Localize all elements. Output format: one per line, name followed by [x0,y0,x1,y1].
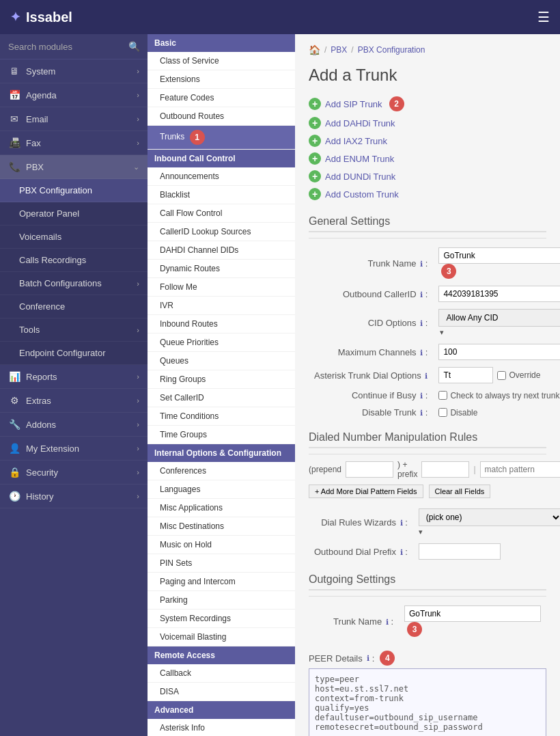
menu-item-pin-sets[interactable]: PIN Sets [148,554,295,573]
outbound-callerid-input[interactable] [438,286,560,302]
chevron-right-icon: › [137,396,139,405]
action-link-label: Add SIP Trunk [325,99,382,109]
menu-item-parking[interactable]: Parking [148,591,295,610]
sidebar-item-agenda[interactable]: 📅 Agenda › [0,83,148,107]
peer-details-textarea[interactable]: type=peer host=eu.st.ssl7.net context=fr… [309,668,546,736]
outgoing-trunk-name-input[interactable] [404,605,541,622]
chevron-right-icon: › [137,115,139,123]
sidebar-item-system[interactable]: 🖥 System › [0,59,148,83]
menu-item-set-callerid[interactable]: Set CallerID [148,389,295,407]
sidebar-item-my-extension[interactable]: 👤 My Extension › [0,437,148,461]
menu-item-queues[interactable]: Queues [148,352,295,370]
breadcrumb-pbx[interactable]: PBX [331,45,347,55]
info-icon: ℹ [420,349,423,357]
sidebar-item-addons[interactable]: 🔧 Addons › [0,413,148,437]
asterisk-trunk-dial-input[interactable] [438,367,493,383]
prepend-input[interactable] [346,461,393,478]
sidebar-item-reports[interactable]: 📊 Reports › [0,365,148,389]
sidebar-subitem-voicemails[interactable]: Voicemails [0,226,148,249]
sidebar-item-email[interactable]: ✉ Email › [0,107,148,131]
menu-item-misc-destinations[interactable]: Misc Destinations [148,517,295,536]
menu-item-class-of-service[interactable]: Class of Service [148,52,295,70]
sidebar-item-label: My Extension [26,444,79,454]
prefix-input[interactable] [421,461,469,478]
chevron-right-icon: › [137,326,139,334]
clear-all-fields-button[interactable]: Clear all Fields [429,485,491,498]
chevron-down-icon: ⌄ [133,163,139,172]
max-channels-label: Maximum Channels ℹ : [309,340,433,364]
breadcrumb-pbx-config[interactable]: PBX Configuration [358,45,425,55]
menu-item-languages[interactable]: Languages [148,480,295,499]
menu-item-time-groups[interactable]: Time Groups [148,426,295,444]
plus-circle-icon: + [309,135,321,147]
add-dundi-trunk-link[interactable]: + Add DUNDi Trunk [309,169,546,184]
menu-item-music-on-hold[interactable]: Music on Hold [148,536,295,554]
sidebar-item-label: Email [26,114,48,124]
sidebar-item-pbx[interactable]: 📞 PBX ⌄ [0,155,148,179]
menu-item-ivr[interactable]: IVR [148,297,295,315]
menu-item-callback[interactable]: Callback [148,664,295,683]
dial-rules-wizards-label: Dial Rules Wizards ℹ : [309,505,413,540]
sidebar-subitem-batch-configurations[interactable]: Batch Configurations › [0,272,148,295]
sidebar-subitem-conference[interactable]: Conference [0,295,148,318]
menu-item-voicemail-blasting[interactable]: Voicemail Blasting [148,628,295,646]
chevron-right-icon: › [137,91,139,99]
menu-item-system-recordings[interactable]: System Recordings [148,610,295,628]
max-channels-input[interactable] [438,344,560,360]
sidebar-item-label: Reports [26,372,57,382]
menu-item-dynamic-routes[interactable]: Dynamic Routes [148,260,295,278]
menu-item-disa[interactable]: DISA [148,683,295,701]
disable-trunk-checkbox[interactable] [438,408,447,417]
home-icon[interactable]: 🏠 [309,44,320,55]
add-more-dial-pattern-button[interactable]: + Add More Dial Pattern Fields [309,485,423,498]
menu-item-conferences[interactable]: Conferences [148,462,295,480]
add-dahdi-trunk-link[interactable]: + Add DAHDi Trunk [309,115,546,131]
add-custom-trunk-link[interactable]: + Add Custom Trunk [309,187,546,202]
add-iax2-trunk-link[interactable]: + Add IAX2 Trunk [309,133,546,148]
menu-item-callerid-lookup[interactable]: CallerID Lookup Sources [148,223,295,241]
plus-circle-icon: + [309,188,321,200]
menu-item-trunks[interactable]: Trunks 1 [148,126,295,150]
dial-rules-select[interactable]: (pick one) [419,508,560,526]
cid-options-select[interactable]: Allow Any CID Block Foreign CIDs Force T… [438,309,560,327]
add-sip-trunk-link[interactable]: + Add SIP Trunk 2 [309,95,546,113]
menu-item-outbound-routes[interactable]: Outbound Routes [148,107,295,126]
menu-item-asterisk-info[interactable]: Asterisk Info [148,719,295,736]
sidebar-item-label: Addons [26,420,56,430]
menu-item-ring-groups[interactable]: Ring Groups [148,370,295,389]
hamburger-menu[interactable]: ☰ [537,9,550,25]
continue-if-busy-checkbox[interactable] [438,391,447,400]
sidebar-item-history[interactable]: 🕐 History › [0,485,148,508]
sidebar-subitem-tools[interactable]: Tools › [0,318,148,342]
sidebar-item-security[interactable]: 🔒 Security › [0,461,148,485]
menu-item-dahdi-channel-dids[interactable]: DAHDI Channel DIDs [148,241,295,260]
menu-item-announcements[interactable]: Announcements [148,167,295,186]
content-area: Basic Class of Service Extensions Featur… [148,34,560,736]
menu-item-time-conditions[interactable]: Time Conditions [148,407,295,426]
menu-item-inbound-routes[interactable]: Inbound Routes [148,315,295,333]
sidebar-subitem-endpoint-configurator[interactable]: Endpoint Configurator [0,342,148,365]
match-pattern-input[interactable] [480,461,560,478]
continue-if-busy-label: Continue if Busy ℹ : [309,387,433,404]
sidebar-item-extras[interactable]: ⚙ Extras › [0,389,148,413]
menu-item-call-flow-control[interactable]: Call Flow Control [148,204,295,223]
outbound-dial-prefix-input[interactable] [419,543,501,560]
override-checkbox[interactable] [497,371,506,380]
info-icon: ℹ [420,319,423,327]
sidebar-item-fax[interactable]: 📠 Fax › [0,131,148,155]
menu-item-misc-applications[interactable]: Misc Applications [148,499,295,517]
menu-item-follow-me[interactable]: Follow Me [148,278,295,297]
search-input[interactable] [8,42,123,52]
topbar: ✦ Issabel ☰ [0,0,560,34]
menu-item-extensions[interactable]: Extensions [148,70,295,89]
trunk-name-input[interactable] [438,247,560,264]
sidebar-subitem-operator-panel[interactable]: Operator Panel [0,202,148,226]
menu-item-blacklist[interactable]: Blacklist [148,186,295,204]
sidebar-subitem-calls-recordings[interactable]: Calls Recordings [0,249,148,272]
menu-item-paging-intercom[interactable]: Paging and Intercom [148,573,295,591]
menu-section-advanced: Advanced [148,701,295,719]
sidebar-subitem-pbx-config[interactable]: PBX Configuration [0,179,148,202]
menu-item-feature-codes[interactable]: Feature Codes [148,89,295,107]
add-enum-trunk-link[interactable]: + Add ENUM Trunk [309,151,546,166]
menu-item-queue-priorities[interactable]: Queue Priorities [148,333,295,352]
